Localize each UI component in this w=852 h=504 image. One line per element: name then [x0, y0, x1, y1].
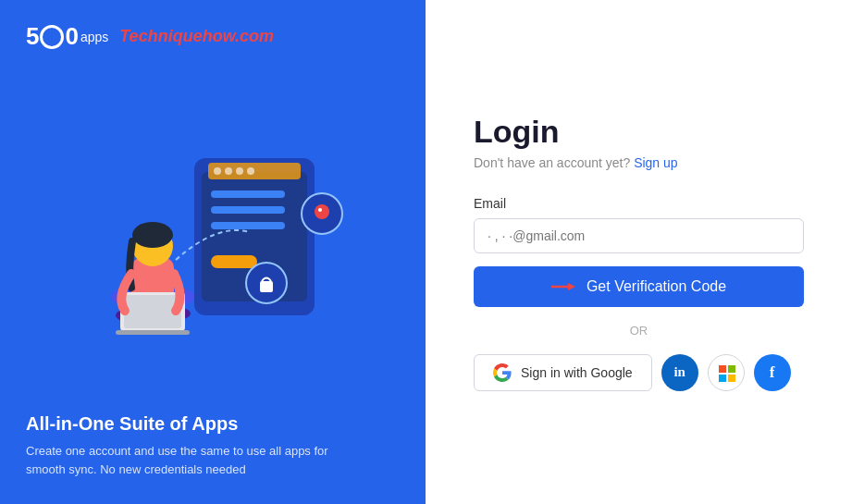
email-label: Email: [474, 196, 804, 211]
svg-rect-7: [260, 281, 273, 292]
signup-prompt: Don't have an account yet? Sign up: [474, 155, 804, 170]
svg-point-16: [132, 222, 173, 248]
page-title: Login: [474, 114, 804, 150]
illustration-svg: [65, 112, 361, 352]
svg-rect-5: [211, 255, 257, 268]
right-panel: Login Don't have an account yet? Sign up…: [426, 0, 852, 504]
or-divider: OR: [474, 324, 804, 338]
logo-number: 5: [26, 22, 39, 51]
verify-btn-label: Get Verification Code: [587, 278, 726, 295]
logo-zero: 0: [65, 22, 78, 51]
sign-in-google-button[interactable]: Sign in with Google: [474, 354, 652, 391]
email-input[interactable]: [474, 218, 804, 253]
svg-point-22: [225, 167, 232, 175]
facebook-icon: f: [770, 363, 775, 382]
brand-url: Techniquehow.com: [119, 27, 274, 46]
sign-in-linkedin-button[interactable]: in: [661, 354, 698, 391]
left-panel: 5 0 apps Techniquehow.com: [0, 0, 426, 504]
logo-500apps: 5 0 apps: [26, 22, 108, 51]
svg-point-21: [214, 167, 221, 175]
illustration-area: [26, 60, 400, 404]
svg-point-10: [318, 208, 322, 212]
logo-apps-text: apps: [80, 30, 108, 44]
linkedin-icon: in: [673, 364, 685, 380]
sign-in-microsoft-button[interactable]: [708, 354, 745, 391]
google-btn-label: Sign in with Google: [521, 365, 633, 380]
microsoft-icon: [719, 365, 734, 380]
bottom-text: All-in-One Suite of Apps Create one acco…: [26, 413, 400, 478]
google-icon: [493, 363, 512, 382]
svg-point-9: [315, 204, 329, 219]
sign-in-facebook-button[interactable]: f: [754, 354, 791, 391]
bottom-title: All-in-One Suite of Apps: [26, 413, 400, 435]
svg-marker-26: [568, 283, 575, 290]
signup-link[interactable]: Sign up: [634, 155, 677, 170]
bottom-desc: Create one account and use the same to u…: [26, 442, 340, 478]
svg-point-24: [247, 167, 254, 175]
arrow-icon: [551, 280, 577, 293]
svg-rect-19: [116, 330, 190, 335]
logo-area: 5 0 apps Techniquehow.com: [26, 22, 400, 51]
svg-point-23: [236, 167, 243, 175]
get-verification-code-button[interactable]: Get Verification Code: [474, 266, 804, 307]
svg-rect-3: [211, 206, 285, 214]
svg-rect-4: [211, 222, 285, 229]
svg-rect-2: [211, 191, 285, 198]
logo-circle-0: [40, 25, 64, 49]
social-row: Sign in with Google in f: [474, 354, 804, 391]
